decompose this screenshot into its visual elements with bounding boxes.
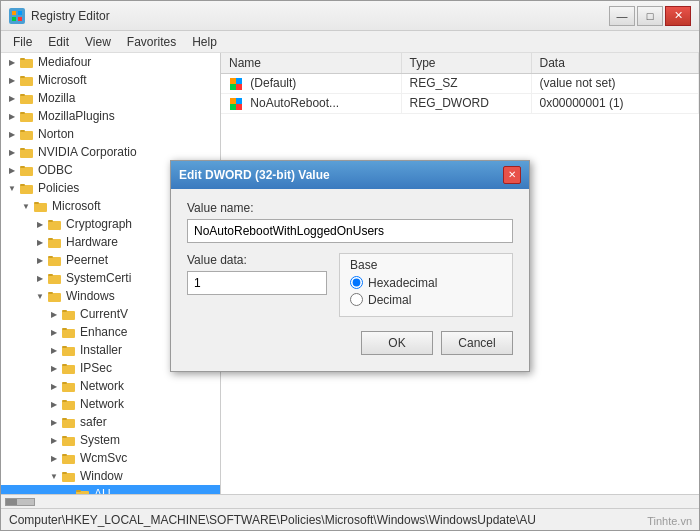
tree-label-au: AU bbox=[94, 487, 111, 494]
svg-rect-32 bbox=[62, 311, 75, 320]
svg-rect-61 bbox=[236, 104, 242, 110]
base-label: Base bbox=[350, 258, 502, 272]
status-path: Computer\HKEY_LOCAL_MACHINE\SOFTWARE\Pol… bbox=[9, 513, 536, 527]
tree-label-cryptograph: Cryptograph bbox=[66, 217, 132, 231]
title-bar: Registry Editor — □ ✕ bbox=[1, 1, 699, 31]
svg-rect-51 bbox=[62, 472, 67, 474]
value-data-label: Value data: bbox=[187, 253, 327, 267]
hexadecimal-radio[interactable] bbox=[350, 276, 363, 289]
value-data-input[interactable] bbox=[187, 271, 327, 295]
decimal-radio[interactable] bbox=[350, 293, 363, 306]
svg-rect-3 bbox=[18, 17, 22, 21]
maximize-button[interactable]: □ bbox=[637, 6, 663, 26]
tree-item-microsoft1[interactable]: Microsoft bbox=[1, 71, 220, 89]
tree-item-mozilla[interactable]: Mozilla bbox=[1, 89, 220, 107]
svg-rect-57 bbox=[236, 84, 242, 90]
menu-help[interactable]: Help bbox=[184, 33, 225, 51]
cancel-button[interactable]: Cancel bbox=[441, 331, 513, 355]
svg-rect-17 bbox=[20, 166, 25, 168]
folder-icon-safer bbox=[61, 415, 77, 429]
folder-icon-peernet bbox=[47, 253, 63, 267]
tree-label-ipsec: IPSec bbox=[80, 361, 112, 375]
svg-rect-53 bbox=[76, 490, 81, 492]
folder-icon-installer bbox=[61, 343, 77, 357]
folder-icon-nvidia bbox=[19, 145, 35, 159]
svg-rect-45 bbox=[62, 418, 67, 420]
col-name: Name bbox=[221, 53, 401, 74]
status-bar: Computer\HKEY_LOCAL_MACHINE\SOFTWARE\Pol… bbox=[1, 508, 699, 530]
arrow-nvidia bbox=[5, 145, 19, 159]
svg-rect-18 bbox=[20, 185, 33, 194]
registry-table: Name Type Data bbox=[221, 53, 699, 114]
svg-rect-5 bbox=[20, 58, 25, 60]
arrow-ipsec bbox=[47, 361, 61, 375]
arrow-norton bbox=[5, 127, 19, 141]
svg-rect-16 bbox=[20, 167, 33, 176]
window-title: Registry Editor bbox=[31, 9, 110, 23]
folder-icon-mozillaplugins bbox=[19, 109, 35, 123]
tree-item-wcmsvc[interactable]: WcmSvc bbox=[1, 449, 220, 467]
tree-item-mediafour[interactable]: Mediafour bbox=[1, 53, 220, 71]
arrow-hardware bbox=[33, 235, 47, 249]
svg-rect-25 bbox=[48, 238, 53, 240]
folder-icon-hardware bbox=[47, 235, 63, 249]
window-controls: — □ ✕ bbox=[609, 6, 691, 26]
value-name-input[interactable] bbox=[187, 219, 513, 243]
tree-label-network1: Network bbox=[80, 379, 124, 393]
tree-item-safer[interactable]: safer bbox=[1, 413, 220, 431]
dialog-close-button[interactable]: ✕ bbox=[503, 166, 521, 184]
svg-rect-0 bbox=[12, 11, 16, 15]
arrow-microsoft1 bbox=[5, 73, 19, 87]
tree-label-systemcerti: SystemCerti bbox=[66, 271, 131, 285]
tree-label-microsoft1: Microsoft bbox=[38, 73, 87, 87]
svg-rect-2 bbox=[12, 17, 16, 21]
arrow-mozillaplugins bbox=[5, 109, 19, 123]
folder-icon-enhance bbox=[61, 325, 77, 339]
dialog-row: Value data: Base Hexadecimal Decimal bbox=[187, 253, 513, 317]
folder-icon-odbc bbox=[19, 163, 35, 177]
ok-button[interactable]: OK bbox=[361, 331, 433, 355]
arrow-safer bbox=[47, 415, 61, 429]
arrow-mediafour bbox=[5, 55, 19, 69]
table-row[interactable]: (Default) REG_SZ (value not set) bbox=[221, 74, 699, 94]
row-type-noautoreboot: REG_DWORD bbox=[401, 93, 531, 113]
folder-icon-au bbox=[75, 487, 91, 494]
arrow-windows bbox=[33, 289, 47, 303]
folder-icon-ipsec bbox=[61, 361, 77, 375]
tree-item-mozillaplugins[interactable]: MozillaPlugins bbox=[1, 107, 220, 125]
svg-rect-56 bbox=[230, 84, 236, 90]
tree-item-network2[interactable]: Network bbox=[1, 395, 220, 413]
folder-icon-network2 bbox=[61, 397, 77, 411]
dialog-title-bar: Edit DWORD (32-bit) Value ✕ bbox=[171, 161, 529, 189]
dword-icon bbox=[229, 97, 243, 111]
svg-rect-23 bbox=[48, 220, 53, 222]
tree-item-nvidia[interactable]: NVIDIA Corporatio bbox=[1, 143, 220, 161]
svg-rect-55 bbox=[236, 78, 242, 84]
minimize-button[interactable]: — bbox=[609, 6, 635, 26]
menu-view[interactable]: View bbox=[77, 33, 119, 51]
svg-rect-37 bbox=[62, 346, 67, 348]
default-icon bbox=[229, 77, 243, 91]
table-row[interactable]: NoAutoReboot... REG_DWORD 0x00000001 (1) bbox=[221, 93, 699, 113]
menu-edit[interactable]: Edit bbox=[40, 33, 77, 51]
svg-rect-20 bbox=[34, 203, 47, 212]
tree-item-norton[interactable]: Norton bbox=[1, 125, 220, 143]
arrow-system bbox=[47, 433, 61, 447]
tree-item-window[interactable]: Window bbox=[1, 467, 220, 485]
tree-item-network1[interactable]: Network bbox=[1, 377, 220, 395]
folder-icon-windows bbox=[47, 289, 63, 303]
folder-icon-system bbox=[61, 433, 77, 447]
folder-icon-network1 bbox=[61, 379, 77, 393]
close-button[interactable]: ✕ bbox=[665, 6, 691, 26]
menu-file[interactable]: File bbox=[5, 33, 40, 51]
svg-rect-36 bbox=[62, 347, 75, 356]
tree-label-microsoft2: Microsoft bbox=[52, 199, 101, 213]
svg-rect-15 bbox=[20, 148, 25, 150]
svg-rect-31 bbox=[48, 292, 53, 294]
arrow-installer bbox=[47, 343, 61, 357]
arrow-network2 bbox=[47, 397, 61, 411]
svg-rect-54 bbox=[230, 78, 236, 84]
tree-item-system[interactable]: System bbox=[1, 431, 220, 449]
menu-favorites[interactable]: Favorites bbox=[119, 33, 184, 51]
tree-item-au[interactable]: AU bbox=[1, 485, 220, 494]
